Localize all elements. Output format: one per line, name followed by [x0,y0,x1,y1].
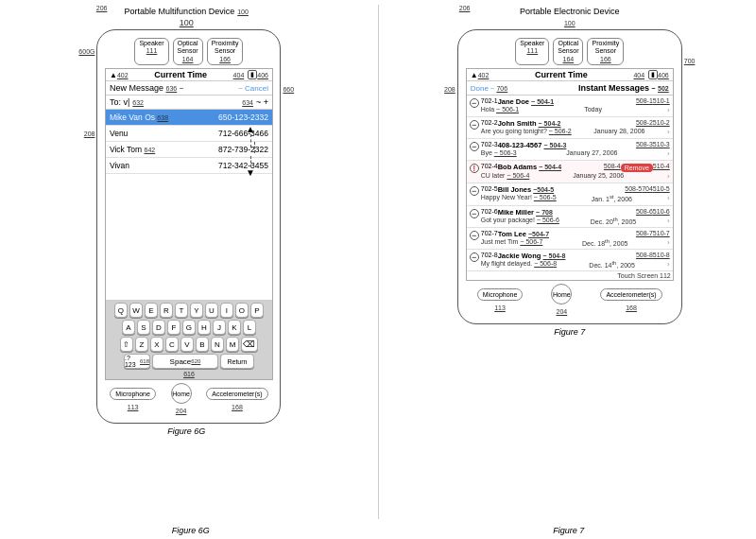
nav-tilde: ~ [180,84,184,93]
cancel-button[interactable]: ~ Cancel [238,84,268,93]
key-e[interactable]: E [145,303,158,318]
contact-row-vivan[interactable]: Vivan 712-342-3455 ▼ [106,158,272,174]
contact-phone: 712-666-3466 [218,129,268,138]
key-i[interactable]: I [220,303,233,318]
408-name: 408-123-4567 ~ 504-3 [498,141,567,149]
remove-button[interactable]: Remove [621,164,653,172]
key-j[interactable]: J [213,320,226,335]
mic-ref: 113 [128,404,139,410]
key-g[interactable]: G [182,320,196,335]
key-numeric[interactable]: .?123618 [124,354,150,369]
im-row-bob-adams[interactable]: ! 702-4 Bob Adams ~ 504-4 508-4 Remove 5… [467,161,673,183]
im-minus-mike[interactable]: − [470,209,479,218]
fig7-header: 206 Portable Electronic Device 100 [457,5,682,27]
fig7-ref-208: 208 [444,86,455,93]
fig7-proximity-ref: 166 [600,56,611,62]
bill-date: Jan. 1st, 2006 [592,194,632,202]
key-w[interactable]: W [129,303,143,318]
fig6g-sensors: Speaker 111 OpticalSensor 164 ProximityS… [134,38,243,65]
jackie-ref2: 508-8 [636,252,653,258]
im-minus-bob[interactable]: ! [470,164,479,173]
key-d[interactable]: D [152,320,165,335]
mike-meta: 702-6 Mike Miller ~ 708 508-6 510-6 [481,208,670,217]
contact-row-venu[interactable]: Venu 712-666-3466 ▲ [106,126,272,142]
fig7-speaker: Speaker 111 [515,38,549,65]
key-space[interactable]: Space620 [152,354,218,369]
im-row-john-smith[interactable]: − 702-2 John Smith ~ 504-2 508-2 510-2 [467,117,673,139]
kb-row-4: .?123618 Space620 Return [107,354,271,369]
key-o[interactable]: O [235,303,249,318]
done-label: Done [471,84,489,93]
im-minus-408[interactable]: − [470,142,479,151]
key-n[interactable]: N [211,337,224,352]
key-u[interactable]: U [205,303,218,318]
im-minus-janedoe[interactable]: − [470,98,479,108]
fig7-mic-button[interactable]: Microphone [477,288,524,301]
key-h[interactable]: H [198,320,211,335]
408-date: January 27, 2006 [566,149,617,156]
fig7-home-button[interactable]: Home [551,284,572,304]
key-s[interactable]: S [137,320,150,335]
john-ref2: 508-2 [636,119,653,126]
to-plus[interactable]: ~ + [256,97,268,107]
key-return[interactable]: Return [220,354,254,369]
key-p[interactable]: P [250,303,264,318]
key-f[interactable]: F [167,320,180,335]
im-row-jane-doe[interactable]: − 702-1 Jane Doe ~ 504-1 508-1 510-1 [467,96,673,117]
im-minus-tom[interactable]: − [470,231,479,240]
im-row-408[interactable]: − 702-3 408-123-4567 ~ 504-3 508-3 510-3 [467,139,673,161]
fig6g-status-bar: ▲ 402 Current Time 404 ▮ 406 [106,69,272,81]
fig7-nav-title: Instant Messages ~ 502 [578,83,669,93]
key-l[interactable]: L [243,320,256,335]
fig7-accel-button[interactable]: Accelerometer(s) [600,288,662,301]
done-button[interactable]: Done ~ 706 [471,84,507,93]
key-v[interactable]: V [180,337,194,352]
nav-title-ref: 636 [166,85,178,92]
touch-screen-label: Touch Screen 112 [467,271,673,280]
mike-chevron: › [667,217,670,225]
im-name-jane: Jane Doe ~ 504-1 [498,97,554,106]
key-q[interactable]: Q [114,303,128,318]
fig7-im-list: − 702-1 Jane Doe ~ 504-1 508-1 510-1 [467,96,673,280]
fig6g-status-ref: 402 [117,72,129,78]
key-k[interactable]: K [228,320,241,335]
key-y[interactable]: Y [190,303,203,318]
key-z[interactable]: Z [135,337,148,352]
im-msg-row-jane: Hola ~ 506-1 Today › [481,106,670,114]
fig7-nav-bar: Done ~ 706 Instant Messages ~ 502 [467,81,673,96]
figure-6g-col: 206 Portable Multifunction Device 100 10… [9,5,364,519]
im-row-bill-jones[interactable]: − 702-5 Bill Jones ~504-5 508-5 704 510-… [467,183,673,205]
fig7-ref-700: 700 [684,58,696,64]
key-b[interactable]: B [196,337,209,352]
im-row-jackie-wong[interactable]: − 702-8 Jackie Wong ~ 504-8 508-8 510-8 [467,250,673,271]
kb-row-3: ⇧ Z X C V B N M ⌫ [107,337,271,352]
im-row-tom-lee[interactable]: − 702-7 Tom Lee ~504-7 508-7 510-7 [467,228,673,250]
im-minus-johnsmith[interactable]: − [470,120,479,130]
fig7-bottom-hw: Microphone 113 Home 204 Accelerometer(s)… [463,284,677,316]
key-t[interactable]: T [175,303,188,318]
408-ref2: 508-3 [636,141,653,148]
accel-button[interactable]: Accelerometer(s) [206,388,267,400]
fig6g-to-field: To: v| 632 634 ~ + [106,96,272,110]
home-button[interactable]: Home [171,383,192,404]
tom-ref3: 510-7 [653,230,670,236]
jackie-msg: My flight delayed. ~ 506-8 [481,260,557,267]
im-minus-jackie[interactable]: − [470,252,479,262]
tom-msg: Just met Tim ~ 506-7 [481,238,543,245]
key-x[interactable]: X [150,337,163,352]
im-row-mike-miller[interactable]: − 702-6 Mike Miller ~ 708 508-6 510-6 [467,206,673,228]
im-minus-bill[interactable]: − [470,186,479,196]
fig7-home-ref: 204 [557,308,568,315]
fig7-optical-ref: 164 [563,56,575,62]
fig6g-nav-bar: New Message 636 ~ ~ Cancel [106,81,272,96]
key-r[interactable]: R [160,303,173,318]
key-delete[interactable]: ⌫ [241,337,258,352]
key-a[interactable]: A [122,320,135,335]
key-shift[interactable]: ⇧ [120,337,133,352]
bob-row-ref: 702-4 [481,163,498,169]
key-c[interactable]: C [165,337,179,352]
bob-date: January 25, 2006 [573,172,624,179]
jackie-chevron: › [667,260,670,269]
mic-button[interactable]: Microphone [110,388,156,400]
key-m[interactable]: M [226,337,239,352]
